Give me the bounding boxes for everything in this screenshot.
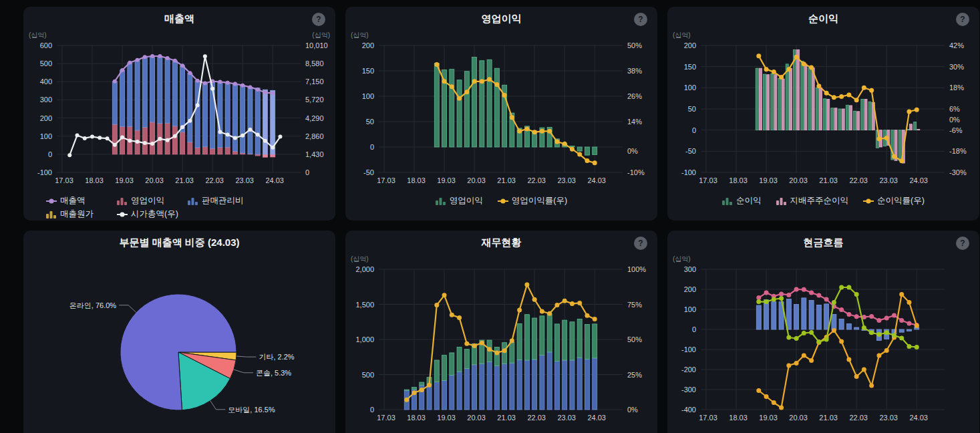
help-icon[interactable]: ? — [956, 237, 969, 250]
legend-item[interactable]: 판매관리비 — [188, 195, 259, 206]
svg-text:20.03: 20.03 — [789, 176, 808, 184]
svg-text:0%: 0% — [627, 147, 638, 155]
svg-text:7,150: 7,150 — [305, 78, 324, 86]
legend-item[interactable]: 시가총액(우) — [117, 208, 188, 220]
svg-text:50%: 50% — [627, 335, 642, 343]
bar-series-icon — [436, 197, 446, 205]
svg-text:75%: 75% — [627, 301, 642, 309]
svg-text:20.03: 20.03 — [467, 414, 486, 422]
svg-text:17.03: 17.03 — [377, 414, 395, 422]
series-부채비율(우) — [404, 283, 597, 402]
svg-text:18.03: 18.03 — [407, 176, 426, 184]
svg-text:-6%: -6% — [949, 126, 963, 134]
svg-text:18.03: 18.03 — [407, 414, 426, 422]
axis-y-right: 42%30%18%6%0%-6%-18%-30% — [949, 41, 967, 176]
axis-y-left: 200150100500-50 — [362, 41, 374, 176]
legend-label: 영업이익 — [131, 195, 164, 206]
svg-text:19.03: 19.03 — [115, 176, 134, 184]
svg-text:19.03: 19.03 — [437, 176, 456, 184]
series-영업이익 — [434, 57, 597, 155]
help-icon[interactable]: ? — [634, 13, 647, 26]
legend-label: 매출액 — [60, 195, 86, 206]
svg-text:21.03: 21.03 — [497, 176, 516, 184]
axis-x: 17.0318.0319.0320.0321.0322.0323.0324.03 — [699, 414, 928, 422]
svg-text:5,720: 5,720 — [305, 96, 324, 104]
svg-text:22.03: 22.03 — [527, 414, 546, 422]
svg-text:23.03: 23.03 — [557, 414, 576, 422]
bar-series-icon — [776, 197, 787, 205]
svg-text:200: 200 — [684, 41, 696, 49]
panel-title: 부문별 매출액 비중 (24.03) — [23, 231, 335, 253]
svg-text:-200: -200 — [681, 366, 696, 374]
bar-series-icon — [722, 197, 733, 205]
legend-item[interactable]: 지배주주순이익 — [776, 195, 849, 206]
help-icon[interactable]: ? — [634, 237, 647, 250]
pie-label: 기타, 2.2% — [259, 353, 294, 361]
legend-item[interactable]: 매출액 — [46, 195, 117, 206]
svg-text:500: 500 — [40, 59, 52, 67]
legend-item[interactable]: 순이익률(우) — [863, 195, 925, 206]
svg-text:24.03: 24.03 — [265, 176, 284, 184]
legend-item[interactable]: 영업이익률(우) — [498, 195, 567, 206]
svg-text:50: 50 — [366, 118, 374, 126]
svg-text:0: 0 — [370, 406, 374, 414]
legend-label: 영업이익 — [450, 195, 483, 206]
legend-item[interactable]: 영업이익 — [436, 195, 483, 206]
series-자본총계 — [404, 352, 597, 410]
svg-text:24.03: 24.03 — [587, 176, 606, 184]
line-series-icon — [46, 197, 57, 205]
svg-text:17.03: 17.03 — [699, 414, 717, 422]
page-title: 매출액 — [23, 7, 335, 29]
bar-series-icon — [117, 197, 128, 205]
svg-text:1,000: 1,000 — [355, 335, 374, 343]
operating-profit-chart-panel: 영업이익 ? 200150100500-5050%38%26%14%0%-10%… — [345, 7, 657, 221]
svg-text:0%: 0% — [949, 116, 960, 124]
svg-text:-100: -100 — [681, 168, 696, 176]
financial-status-chart-panel: 재무현황 ? 2,0001,5001,0005000100%75%50%25%0… — [345, 231, 657, 433]
svg-text:100%: 100% — [627, 265, 646, 273]
svg-text:19.03: 19.03 — [759, 176, 778, 184]
svg-text:-50: -50 — [363, 168, 374, 176]
svg-text:22.03: 22.03 — [849, 414, 868, 422]
svg-text:25%: 25% — [627, 371, 642, 379]
svg-text:30%: 30% — [949, 63, 964, 71]
svg-text:0%: 0% — [627, 406, 638, 414]
svg-text:21.03: 21.03 — [819, 176, 838, 184]
svg-text:-100: -100 — [37, 168, 52, 176]
chart-legend: 순이익지배주주순이익순이익률(우) — [667, 195, 979, 206]
net-profit-chart: 200150100500-50-10042%30%18%6%0%-6%-18%-… — [667, 29, 979, 206]
legend-label: 순이익 — [736, 195, 762, 206]
chart-legend: 영업이익영업이익률(우) — [345, 195, 657, 206]
svg-text:20.03: 20.03 — [467, 176, 486, 184]
svg-text:50: 50 — [688, 105, 696, 113]
help-icon[interactable]: ? — [956, 13, 969, 26]
svg-text:-300: -300 — [681, 386, 696, 394]
operating_profit-plot: 200150100500-5050%38%26%14%0%-10%17.0318… — [345, 29, 657, 188]
segment_pie-plot: 기타, 2.2%콘솔, 5.3%모바일, 16.5%온라인, 76.0% — [23, 253, 335, 433]
legend-item[interactable]: 영업이익 — [117, 195, 188, 206]
operating-profit-chart: 200150100500-5050%38%26%14%0%-10%17.0318… — [345, 29, 657, 206]
line-series-icon — [863, 197, 874, 205]
left-axis-unit: (십억) — [351, 255, 369, 263]
svg-text:600: 600 — [40, 41, 52, 49]
svg-text:0: 0 — [370, 143, 374, 151]
net-profit-chart-panel: 순이익 ? 200150100500-50-10042%30%18%6%0%-6… — [667, 7, 979, 221]
svg-text:500: 500 — [362, 371, 374, 379]
svg-text:8,580: 8,580 — [305, 59, 324, 67]
svg-text:24.03: 24.03 — [587, 414, 606, 422]
left-axis-unit: (십억) — [351, 31, 369, 39]
svg-text:-400: -400 — [681, 406, 696, 414]
svg-text:0: 0 — [692, 126, 696, 134]
help-icon[interactable]: ? — [312, 13, 325, 26]
revenue-segment-pie: 기타, 2.2%콘솔, 5.3%모바일, 16.5%온라인, 76.0% — [23, 253, 335, 433]
legend-item[interactable]: 순이익 — [722, 195, 762, 206]
pie-label: 온라인, 76.0% — [69, 301, 117, 309]
legend-label: 순이익률(우) — [877, 195, 925, 206]
svg-text:17.03: 17.03 — [699, 176, 717, 184]
svg-text:19.03: 19.03 — [437, 414, 456, 422]
net_profit-plot: 200150100500-50-10042%30%18%6%0%-6%-18%-… — [667, 29, 979, 188]
svg-text:20.03: 20.03 — [145, 176, 164, 184]
legend-item[interactable]: 매출원가 — [46, 208, 117, 220]
bar-series-icon — [188, 197, 198, 205]
svg-text:100: 100 — [40, 132, 52, 140]
